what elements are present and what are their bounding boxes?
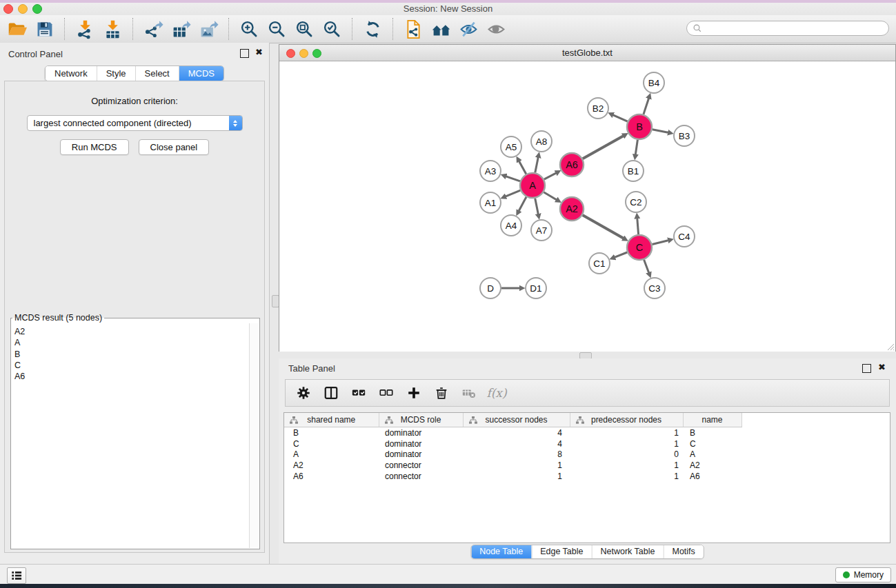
table-cell[interactable]: connector — [379, 460, 463, 471]
zoom-fit-icon[interactable] — [290, 18, 318, 40]
edge-A-A1[interactable] — [506, 190, 520, 196]
edge-B-B1[interactable] — [635, 140, 637, 154]
mcds-result-item[interactable]: A2 — [14, 326, 248, 337]
table-cell[interactable]: connector — [379, 471, 463, 482]
table-cell[interactable]: 0 — [570, 449, 683, 460]
table-cell[interactable]: 1 — [570, 438, 683, 449]
delete-table-icon[interactable] — [461, 385, 477, 401]
table-row[interactable]: A6connector11A6 — [284, 471, 890, 482]
mcds-result-item[interactable]: A6 — [14, 371, 248, 382]
table-float-icon[interactable] — [862, 364, 871, 373]
table-cell[interactable]: A — [284, 449, 379, 460]
edge-A-A8[interactable] — [535, 158, 538, 173]
export-image-icon[interactable] — [195, 18, 222, 40]
split-view-icon[interactable] — [323, 385, 339, 401]
network-canvas[interactable]: B4B2BB3A8A5A6A3B1AA1C2A2A4A7C4CC1C3DD1 — [279, 61, 895, 352]
zoom-out-icon[interactable] — [263, 18, 290, 40]
task-history-button[interactable] — [7, 567, 26, 584]
criterion-select[interactable]: largest connected component (directed) — [27, 115, 243, 131]
column-header-predecessor-nodes[interactable]: predecessor nodes — [570, 413, 683, 427]
search-box[interactable] — [686, 21, 889, 36]
add-column-icon[interactable] — [406, 385, 422, 401]
table-cell[interactable]: 1 — [463, 471, 570, 482]
table-row[interactable]: A2connector11A2 — [284, 460, 890, 471]
table-tab-edge-table[interactable]: Edge Table — [531, 545, 591, 558]
table-row[interactable]: Adominator80A — [284, 449, 890, 460]
table-close-icon[interactable]: ✖ — [878, 363, 886, 372]
edge-A6-B[interactable] — [583, 136, 624, 159]
tab-mcds[interactable]: MCDS — [179, 66, 223, 81]
resize-grip-icon[interactable] — [886, 342, 895, 351]
edge-C-C2[interactable] — [637, 219, 639, 234]
table-cell[interactable]: A2 — [683, 460, 741, 471]
hide-details-icon[interactable] — [455, 18, 482, 40]
home-icon[interactable] — [427, 18, 455, 40]
delete-column-icon[interactable] — [433, 385, 450, 401]
import-network-icon[interactable] — [71, 18, 99, 40]
table-cell[interactable]: 8 — [463, 449, 570, 460]
table-cell[interactable]: dominator — [379, 427, 463, 438]
refresh-icon[interactable] — [359, 18, 386, 40]
table-cell[interactable]: 4 — [463, 427, 570, 438]
edge-A-A3[interactable] — [506, 176, 520, 181]
column-header-shared-name[interactable]: shared name — [284, 413, 379, 427]
edge-B-B2[interactable] — [613, 115, 628, 121]
gear-icon[interactable] — [295, 385, 312, 401]
table-cell[interactable]: B — [683, 427, 741, 438]
edge-A2-C[interactable] — [583, 215, 624, 239]
edge-A-A4[interactable] — [519, 197, 526, 211]
edge-A-A2[interactable] — [544, 192, 556, 200]
network-window-titlebar[interactable]: testGlobe.txt — [279, 45, 895, 61]
table-row[interactable]: Bdominator41B — [284, 427, 890, 438]
edge-A-A7[interactable] — [535, 199, 539, 214]
table-row[interactable]: Cdominator41C — [284, 438, 890, 449]
first-neighbors-icon[interactable] — [399, 18, 427, 40]
deselect-all-icon[interactable] — [378, 385, 395, 401]
close-panel-icon[interactable]: ✖ — [255, 48, 263, 57]
column-header-successor-nodes[interactable]: successor nodes — [463, 413, 570, 427]
table-tab-network-table[interactable]: Network Table — [592, 545, 664, 558]
close-panel-button[interactable]: Close panel — [139, 139, 210, 155]
edge-A-A5[interactable] — [519, 161, 526, 174]
export-network-icon[interactable] — [139, 18, 167, 40]
table-cell[interactable]: dominator — [379, 449, 463, 460]
table-cell[interactable]: A6 — [683, 471, 741, 482]
run-mcds-button[interactable]: Run MCDS — [60, 139, 129, 155]
table-cell[interactable]: 1 — [570, 427, 683, 438]
zoom-selected-icon[interactable] — [318, 18, 346, 40]
import-table-icon[interactable] — [99, 18, 126, 40]
table-cell[interactable]: C — [284, 438, 379, 449]
mcds-result-item[interactable]: C — [14, 360, 248, 371]
table-cell[interactable]: dominator — [379, 438, 463, 449]
table-tab-motifs[interactable]: Motifs — [663, 545, 703, 558]
edge-A-A6[interactable] — [544, 173, 556, 179]
column-header-mcds-role[interactable]: MCDS role — [379, 413, 463, 427]
table-cell[interactable]: 1 — [463, 460, 570, 471]
table-cell[interactable]: A — [683, 449, 741, 460]
tab-style[interactable]: Style — [97, 66, 135, 81]
tab-select[interactable]: Select — [135, 66, 179, 81]
table-cell[interactable]: C — [683, 438, 741, 449]
open-file-icon[interactable] — [3, 18, 30, 40]
table-cell[interactable]: A2 — [284, 460, 379, 471]
result-scrollbar[interactable] — [249, 323, 259, 548]
table-cell[interactable]: B — [284, 427, 379, 438]
table-cell[interactable]: 1 — [570, 460, 683, 471]
float-panel-icon[interactable] — [240, 49, 249, 58]
table-cell[interactable]: A6 — [284, 471, 379, 482]
select-all-icon[interactable] — [350, 385, 367, 401]
memory-button[interactable]: Memory — [835, 567, 891, 582]
edge-C-C1[interactable] — [615, 252, 627, 257]
edge-C-C3[interactable] — [644, 260, 649, 273]
search-input[interactable] — [706, 23, 883, 34]
mcds-result-item[interactable]: A — [14, 337, 248, 348]
show-details-icon[interactable] — [482, 18, 510, 40]
zoom-in-icon[interactable] — [235, 18, 263, 40]
edge-C-C4[interactable] — [652, 241, 668, 245]
table-cell[interactable]: 1 — [570, 471, 683, 482]
tab-network[interactable]: Network — [46, 66, 97, 81]
save-session-icon[interactable] — [30, 18, 58, 40]
export-table-icon[interactable] — [167, 18, 195, 40]
table-tab-node-table[interactable]: Node Table — [471, 545, 531, 558]
mcds-result-item[interactable]: B — [14, 349, 248, 360]
